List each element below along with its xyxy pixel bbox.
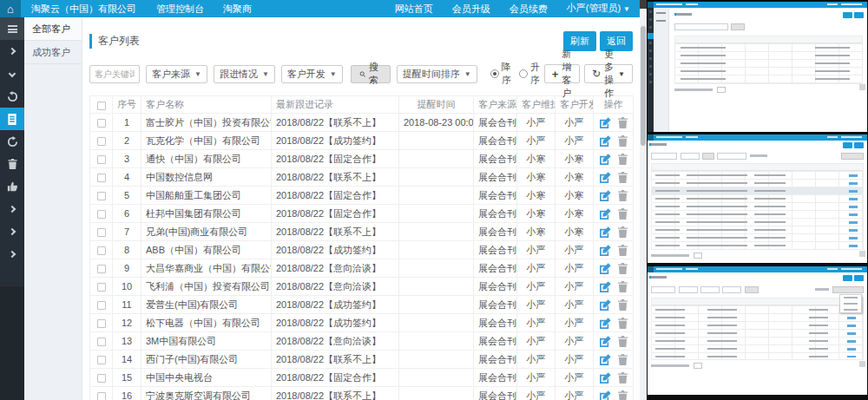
select-all-checkbox[interactable] <box>97 102 106 110</box>
add-customer-button[interactable]: + 新增客户 <box>544 64 580 83</box>
edit-icon[interactable] <box>600 135 611 147</box>
customer-sidebar: 全部客户 成功客户 <box>24 17 82 400</box>
edit-icon[interactable] <box>600 154 611 165</box>
customer-source: 展会合刊 <box>474 351 517 369</box>
edit-icon[interactable] <box>600 281 611 292</box>
delete-icon[interactable] <box>618 263 628 274</box>
row-checkbox[interactable] <box>97 301 106 310</box>
table-row: 1富士胶片（中国）投资有限公司2018/08/22【联系不上】2018-08-2… <box>90 114 634 132</box>
brand-company[interactable]: 淘聚云（中国）有限公司 <box>21 0 147 17</box>
sort-desc-radio[interactable] <box>490 69 499 78</box>
edit-icon[interactable] <box>600 190 611 201</box>
chevron-down-icon[interactable] <box>0 62 24 85</box>
nav-site-home[interactable]: 网站首页 <box>385 0 443 17</box>
delete-icon[interactable] <box>618 281 628 292</box>
edit-icon[interactable] <box>600 354 611 365</box>
sidebar-item-all-customers[interactable]: 全部客户 <box>24 17 82 41</box>
delete-icon[interactable] <box>618 226 628 238</box>
search-button[interactable]: 搜索 <box>351 65 391 83</box>
delete-icon[interactable] <box>618 117 628 128</box>
customer-name: 3M中国有限公司 <box>141 332 272 351</box>
trash-icon[interactable] <box>0 153 24 175</box>
delete-icon[interactable] <box>618 390 628 400</box>
scroll-up-button[interactable] <box>640 0 647 9</box>
delete-icon[interactable] <box>618 299 628 311</box>
sort-asc-radio[interactable] <box>519 69 528 78</box>
delete-icon[interactable] <box>618 318 628 329</box>
more-actions-button[interactable]: ↻ 更多操作 ▼ <box>584 64 633 83</box>
row-checkbox[interactable] <box>97 228 106 237</box>
preview-thumbnail-1[interactable] <box>648 2 867 132</box>
row-checkbox[interactable] <box>97 174 106 182</box>
thumbs-up-icon[interactable] <box>0 175 24 198</box>
preview-thumbnail-2[interactable] <box>648 134 867 263</box>
vertical-scrollbar[interactable] <box>640 0 647 400</box>
sign-out-icon[interactable] <box>0 130 24 153</box>
row-checkbox[interactable] <box>97 265 106 273</box>
row-index: 7 <box>113 223 141 241</box>
row-checkbox[interactable] <box>97 356 106 364</box>
row-checkbox[interactable] <box>97 246 106 255</box>
sign-in-icon[interactable] <box>0 85 24 108</box>
row-checkbox[interactable] <box>97 283 106 292</box>
edit-icon[interactable] <box>600 117 611 128</box>
row-checkbox[interactable] <box>97 119 106 128</box>
user-menu[interactable]: 小严(管理员)▼ <box>557 0 640 18</box>
row-checkbox[interactable] <box>97 338 106 346</box>
edit-icon[interactable] <box>600 245 611 256</box>
edit-icon[interactable] <box>600 172 611 183</box>
row-checkbox[interactable] <box>97 210 106 219</box>
nav-admin-console[interactable]: 管理控制台 <box>147 0 214 17</box>
delete-icon[interactable] <box>618 172 628 183</box>
col-actions: 操作 <box>594 96 634 114</box>
delete-icon[interactable] <box>618 245 628 256</box>
delete-icon[interactable] <box>618 154 628 165</box>
chevron-right-icon[interactable] <box>0 198 24 220</box>
customer-keeper: 小寒 <box>517 187 556 205</box>
edit-icon[interactable] <box>600 390 611 400</box>
preview-thumbnail-3[interactable] <box>648 266 867 395</box>
delete-icon[interactable] <box>618 135 628 147</box>
delete-icon[interactable] <box>618 372 628 384</box>
menu-icon[interactable] <box>0 17 24 40</box>
customer-name: 爱普生(中国)有限公司 <box>141 296 272 314</box>
followup-select[interactable]: 跟进情况▼ <box>214 65 275 83</box>
delete-icon[interactable] <box>618 208 628 220</box>
edit-icon[interactable] <box>600 208 611 220</box>
chevron-right-icon[interactable] <box>0 220 24 243</box>
delete-icon[interactable] <box>618 336 628 347</box>
sidebar-item-success-customers[interactable]: 成功客户 <box>24 41 82 64</box>
customer-source: 展会合刊 <box>474 205 517 223</box>
edit-icon[interactable] <box>600 299 611 311</box>
nav-member-renew[interactable]: 会员续费 <box>500 0 557 17</box>
edit-icon[interactable] <box>600 263 611 274</box>
scrollbar-thumb[interactable] <box>641 26 646 146</box>
row-checkbox[interactable] <box>97 374 106 383</box>
edit-icon[interactable] <box>600 318 611 329</box>
row-index: 10 <box>113 278 141 296</box>
home-icon[interactable]: ⌂ <box>0 0 21 17</box>
edit-icon[interactable] <box>600 226 611 238</box>
row-checkbox[interactable] <box>97 319 106 328</box>
edit-icon[interactable] <box>600 336 611 347</box>
chevron-right-icon[interactable] <box>0 40 24 62</box>
edit-icon[interactable] <box>600 372 611 384</box>
customer-name: 中国数控信息网 <box>141 168 272 187</box>
nav-member-upgrade[interactable]: 会员升级 <box>443 0 500 17</box>
row-actions <box>594 259 634 278</box>
row-checkbox[interactable] <box>97 392 106 400</box>
row-checkbox[interactable] <box>97 137 106 146</box>
nav-taojushang[interactable]: 淘聚商 <box>214 0 261 17</box>
customer-list-icon[interactable] <box>0 108 24 130</box>
source-select[interactable]: 客户来源▼ <box>146 65 207 83</box>
row-checkbox[interactable] <box>97 192 106 200</box>
delete-icon[interactable] <box>618 190 628 201</box>
delete-icon[interactable] <box>618 354 628 365</box>
chevron-right-icon[interactable] <box>0 243 24 266</box>
keyword-input[interactable] <box>89 65 140 83</box>
row-checkbox[interactable] <box>97 155 106 164</box>
sort-select[interactable]: 提醒时间排序▼ <box>397 65 477 83</box>
row-actions <box>594 296 634 314</box>
col-developer: 客户开发 <box>556 96 594 114</box>
developer-select[interactable]: 客户开发▼ <box>281 65 343 83</box>
